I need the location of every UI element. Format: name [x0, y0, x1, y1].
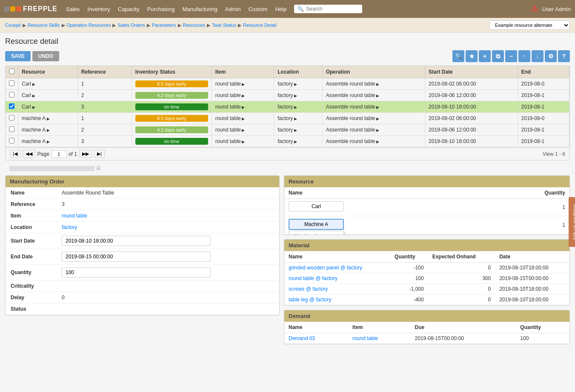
- mo-location-value[interactable]: factory: [62, 224, 77, 230]
- nav-help[interactable]: Help: [272, 4, 290, 14]
- search-bar[interactable]: 🔍: [294, 5, 362, 13]
- panel-right: Resource Name Quantity Carl: [284, 175, 570, 349]
- page-first[interactable]: |◀: [10, 150, 20, 158]
- page-prev[interactable]: ◀◀: [23, 150, 35, 158]
- mat-name-3[interactable]: table leg @ factory: [284, 295, 390, 305]
- row-item-2: round table: [212, 101, 274, 113]
- example-dropdown[interactable]: Example resource alternate: [489, 20, 570, 30]
- minus-icon[interactable]: −: [505, 50, 517, 62]
- row-checkbox[interactable]: [9, 92, 14, 97]
- col-reference: Reference: [77, 66, 132, 78]
- page-input[interactable]: [51, 150, 66, 158]
- brand-box-2: [10, 6, 15, 11]
- mo-end-date-input[interactable]: [62, 252, 211, 262]
- row-checkbox-2[interactable]: [6, 101, 18, 113]
- row-checkbox[interactable]: [9, 138, 14, 143]
- demand-item-0[interactable]: round table: [348, 333, 410, 344]
- resource-machine-a-btn[interactable]: Machine A: [289, 219, 344, 230]
- material-row: screws @ factory -1,000 0 2019-08-10T18:…: [284, 284, 569, 295]
- up-icon[interactable]: ↑: [518, 50, 530, 62]
- row-status-0: 8.5 days early: [132, 78, 212, 90]
- mo-start-date-row: Start Date: [6, 233, 279, 249]
- row-checkbox[interactable]: [9, 126, 14, 132]
- breadcrumb-resource-skills[interactable]: Resource Skills: [28, 23, 60, 28]
- settings-icon[interactable]: ⚙: [545, 50, 557, 62]
- ask-us-panel[interactable]: Ask us anything: [569, 197, 575, 247]
- mo-start-date-label: Start Date: [11, 238, 62, 244]
- resource-carl-btn[interactable]: Carl: [289, 201, 344, 212]
- row-checkbox[interactable]: [9, 103, 14, 109]
- row-checkbox-4[interactable]: [6, 124, 18, 136]
- breadcrumb-resources[interactable]: Resources: [183, 23, 206, 28]
- page-next[interactable]: ▶▶: [79, 150, 92, 158]
- row-checkbox-5[interactable]: [6, 136, 18, 147]
- toolbar: SAVE UNDO 🔍 ★ + ⧉ − ↑ ↓ ⚙ ?: [5, 50, 570, 62]
- horizontal-scrollbar[interactable]: [9, 166, 94, 171]
- nav-admin[interactable]: Admin: [222, 4, 244, 14]
- mat-name-2[interactable]: screws @ factory: [284, 284, 390, 295]
- resource-carl-cell: Carl: [284, 199, 480, 216]
- brand[interactable]: FREPPLE: [4, 5, 57, 13]
- page-last[interactable]: ▶|: [94, 150, 105, 158]
- mat-qty-0: -100: [390, 263, 428, 273]
- row-checkbox-3[interactable]: [6, 113, 18, 124]
- search-input[interactable]: [306, 6, 357, 12]
- breadcrumb-parameters[interactable]: Parameters: [152, 23, 176, 28]
- star-icon[interactable]: ★: [466, 50, 478, 62]
- mat-name-1[interactable]: round table @ factory: [284, 273, 390, 284]
- mo-item-value[interactable]: round table: [62, 213, 87, 219]
- add-icon[interactable]: +: [479, 50, 491, 62]
- row-resource-5: machine A: [18, 136, 78, 147]
- breadcrumb-resource-detail[interactable]: Resource Detail: [243, 23, 276, 28]
- alert-icon[interactable]: ⚠: [531, 4, 538, 14]
- mo-delay-value: 0: [62, 295, 65, 300]
- row-checkbox-1[interactable]: [6, 90, 18, 101]
- down-icon[interactable]: ↓: [532, 50, 544, 62]
- undo-button[interactable]: UNDO: [32, 51, 59, 61]
- row-reference-3: 1: [77, 113, 132, 124]
- mat-name-0[interactable]: grinded wooden panel @ factory: [284, 263, 390, 273]
- breadcrumb-task-status[interactable]: Task Status: [212, 23, 236, 28]
- demand-panel-body: Name Item Due Quantity Demand 03 round t…: [284, 322, 569, 344]
- row-startdate-4: 2019-08-06 12:00:00: [425, 124, 518, 136]
- col-resource: Resource: [18, 66, 78, 78]
- select-all-header[interactable]: [6, 66, 18, 78]
- row-location-3: factory: [274, 113, 322, 124]
- material-panel-header: Material: [284, 240, 569, 251]
- nav-inventory[interactable]: Inventory: [84, 4, 113, 14]
- navbar: FREPPLE Sales Inventory Capacity Purchas…: [0, 0, 575, 18]
- mo-item-label: Item: [11, 213, 62, 219]
- search-toolbar-icon[interactable]: 🔍: [452, 50, 464, 62]
- mo-start-date-input[interactable]: [62, 236, 211, 246]
- row-operation-4: Assemble round table: [322, 124, 425, 136]
- breadcrumb-cockpit[interactable]: Cockpit: [5, 23, 21, 28]
- breadcrumb-operation-resources[interactable]: Operation Resources: [67, 23, 111, 28]
- nav-capacity[interactable]: Capacity: [114, 4, 143, 14]
- row-end-4: 2019-08-1: [518, 124, 569, 136]
- mo-criticality-label: Criticality: [11, 283, 62, 289]
- demand-name-0[interactable]: Demand 03: [284, 333, 348, 344]
- copy-icon[interactable]: ⧉: [492, 50, 504, 62]
- nav-manufacturing[interactable]: Manufacturing: [179, 4, 220, 14]
- demand-col-quantity: Quantity: [516, 322, 569, 333]
- data-table-container: Resource Reference Inventory Status Item…: [5, 66, 570, 160]
- brand-box-1: [4, 6, 9, 11]
- dropdown-machine-a[interactable]: Machine A: [289, 231, 343, 235]
- mo-quantity-input[interactable]: [62, 267, 211, 278]
- page-title: Resource detail: [5, 37, 570, 46]
- row-checkbox-0[interactable]: [6, 78, 18, 90]
- nav-purchasing[interactable]: Purchasing: [143, 4, 178, 14]
- save-button[interactable]: SAVE: [5, 51, 31, 61]
- resource-dropdown: Machine A Machine B: [289, 231, 344, 235]
- demand-col-due: Due: [411, 322, 516, 333]
- mo-end-date-label: End Date: [11, 254, 62, 260]
- row-checkbox[interactable]: [9, 115, 14, 120]
- table-row: Carl 2 4.2 days early round table factor…: [6, 90, 569, 101]
- help-icon[interactable]: ?: [558, 50, 570, 62]
- col-start-date: Start Date: [425, 66, 518, 78]
- nav-custom[interactable]: Custom: [245, 4, 271, 14]
- nav-sales[interactable]: Sales: [63, 4, 83, 14]
- breadcrumb-sales-orders[interactable]: Sales Orders: [117, 23, 145, 28]
- row-checkbox[interactable]: [9, 80, 14, 86]
- row-resource-2: Carl: [18, 101, 78, 113]
